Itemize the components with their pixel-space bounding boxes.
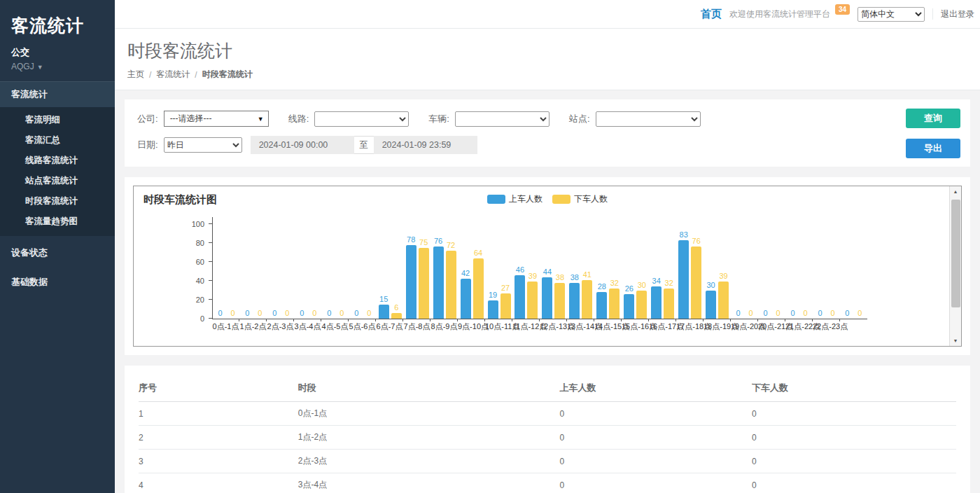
bar-上车人数[interactable] bbox=[379, 305, 389, 319]
scrollbar-thumb[interactable] bbox=[951, 200, 960, 307]
bar-group-23点-24点: 00 bbox=[840, 217, 867, 319]
line-select[interactable] bbox=[314, 111, 409, 127]
bar-column: 0 bbox=[800, 309, 811, 319]
export-button[interactable]: 导出 bbox=[906, 139, 960, 158]
bar-下车人数[interactable] bbox=[419, 248, 429, 319]
legend-swatch bbox=[487, 195, 505, 204]
bar-上车人数[interactable] bbox=[406, 245, 416, 319]
bar-下车人数[interactable] bbox=[582, 280, 592, 319]
bar-value-label: 0 bbox=[218, 309, 222, 318]
bar-value-label: 38 bbox=[570, 273, 579, 282]
bar-column: 0 bbox=[364, 309, 374, 319]
date-from-input[interactable] bbox=[251, 136, 354, 154]
bar-下车人数[interactable] bbox=[446, 251, 456, 319]
date-to-input[interactable] bbox=[374, 136, 477, 154]
bar-column: 6 bbox=[391, 303, 402, 319]
bar-column: 44 bbox=[542, 268, 552, 319]
bar-下车人数[interactable] bbox=[664, 289, 674, 319]
bar-column: 46 bbox=[514, 265, 525, 319]
company-select[interactable]: ---请选择--- ▼ bbox=[164, 111, 269, 127]
bar-value-label: 42 bbox=[461, 269, 470, 278]
breadcrumb: 主页/客流统计/时段客流统计 bbox=[127, 69, 980, 81]
station-select[interactable] bbox=[596, 111, 701, 127]
sidebar-item-device-status[interactable]: 设备状态 bbox=[0, 240, 115, 265]
bar-上车人数[interactable] bbox=[678, 240, 689, 319]
bar-下车人数[interactable] bbox=[473, 258, 484, 319]
bar-上车人数[interactable] bbox=[624, 294, 634, 319]
sidebar-subitem-时段客流统计[interactable]: 时段客流统计 bbox=[0, 191, 115, 211]
logout-link[interactable]: 退出登录 bbox=[941, 8, 974, 20]
bar-value-label: 0 bbox=[367, 309, 371, 318]
breadcrumb-item[interactable]: 客流统计 bbox=[156, 69, 190, 81]
vehicle-label: 车辆: bbox=[428, 113, 449, 125]
x-axis-label: 7点-8点 bbox=[403, 319, 430, 332]
bar-下车人数[interactable] bbox=[609, 289, 620, 319]
bar-下车人数[interactable] bbox=[718, 282, 729, 319]
y-axis-tick bbox=[209, 261, 213, 262]
bar-上车人数[interactable] bbox=[596, 292, 607, 319]
app-brand: 客流统计 bbox=[0, 0, 115, 37]
bar-下车人数[interactable] bbox=[636, 291, 647, 319]
sidebar-subitem-客流量趋势图[interactable]: 客流量趋势图 bbox=[0, 211, 115, 232]
bar-下车人数[interactable] bbox=[554, 283, 565, 319]
notification-badge[interactable]: 34 bbox=[835, 4, 850, 15]
sidebar-subitem-站点客流统计[interactable]: 站点客流统计 bbox=[0, 171, 115, 191]
sidebar-item-passenger-stats[interactable]: 客流统计 bbox=[0, 81, 115, 107]
breadcrumb-item[interactable]: 主页 bbox=[127, 69, 144, 81]
bar-下车人数[interactable] bbox=[691, 246, 701, 319]
profile-user-menu[interactable]: AQGJ▼ bbox=[11, 62, 104, 71]
table-cell: 0 bbox=[560, 402, 752, 426]
legend-item-上车人数[interactable]: 上车人数 bbox=[487, 193, 542, 205]
bar-group-20点-21点: 00 bbox=[758, 217, 785, 319]
table-row: 43点-4点00 bbox=[139, 473, 956, 493]
home-link[interactable]: 首页 bbox=[701, 8, 722, 21]
x-axis-label: 22点-23点 bbox=[813, 319, 840, 332]
filter-panel: 公司: ---请选择--- ▼ 线路: 车辆: 站点: 日期: 昨日 至 bbox=[125, 99, 970, 167]
bar-下车人数[interactable] bbox=[527, 282, 538, 319]
date-preset-select[interactable]: 昨日 bbox=[164, 137, 242, 153]
bar-上车人数[interactable] bbox=[706, 291, 716, 319]
legend-item-下车人数[interactable]: 下车人数 bbox=[552, 193, 608, 205]
vehicle-select[interactable] bbox=[455, 111, 550, 127]
language-select[interactable]: 简体中文 bbox=[858, 7, 925, 22]
sidebar-subitem-客流明细[interactable]: 客流明细 bbox=[0, 110, 115, 130]
bar-column: 72 bbox=[446, 241, 456, 319]
sidebar-subitem-客流汇总[interactable]: 客流汇总 bbox=[0, 130, 115, 151]
chart-plot: 0204060801000000000000001567875767242641… bbox=[212, 217, 867, 319]
bar-value-label: 38 bbox=[556, 273, 564, 282]
scrollbar-track[interactable] bbox=[950, 197, 962, 335]
profile-org: 公交 bbox=[11, 46, 104, 59]
chart-panel: 时段车流统计图 上车人数下车人数 02040608010000000000000… bbox=[133, 186, 962, 347]
bar-上车人数[interactable] bbox=[433, 246, 444, 319]
bar-上车人数[interactable] bbox=[651, 286, 662, 319]
bar-column: 39 bbox=[527, 272, 538, 319]
bar-column: 0 bbox=[215, 309, 225, 319]
bar-上车人数[interactable] bbox=[514, 275, 525, 319]
bar-value-label: 0 bbox=[830, 309, 834, 318]
scroll-down-icon[interactable]: ▼ bbox=[950, 335, 962, 346]
query-button[interactable]: 查询 bbox=[906, 109, 960, 128]
bar-value-label: 15 bbox=[379, 295, 388, 304]
bar-下车人数[interactable] bbox=[500, 293, 511, 319]
bar-上车人数[interactable] bbox=[569, 283, 580, 319]
chart-scrollbar[interactable]: ▲ ▼ bbox=[949, 186, 961, 346]
bar-column: 0 bbox=[255, 309, 265, 319]
scroll-up-icon[interactable]: ▲ bbox=[950, 186, 962, 197]
bar-上车人数[interactable] bbox=[542, 277, 552, 319]
sidebar-subitem-线路客流统计[interactable]: 线路客流统计 bbox=[0, 151, 115, 171]
bar-group-7点-8点: 7875 bbox=[404, 217, 431, 319]
table-cell: 2 bbox=[139, 426, 298, 450]
bar-下车人数[interactable] bbox=[391, 313, 402, 319]
sidebar-item-base-data[interactable]: 基础数据 bbox=[0, 270, 115, 295]
bar-column: 15 bbox=[379, 295, 389, 319]
x-axis-label: 16点-17点 bbox=[649, 319, 676, 332]
bar-column: 0 bbox=[282, 309, 293, 319]
bar-group-2点-3点: 00 bbox=[267, 217, 295, 319]
bar-value-label: 0 bbox=[258, 309, 262, 318]
bar-column: 75 bbox=[419, 238, 429, 319]
bar-column: 0 bbox=[337, 309, 347, 319]
bar-column: 0 bbox=[773, 309, 783, 319]
bar-column: 0 bbox=[815, 309, 825, 319]
bar-上车人数[interactable] bbox=[461, 279, 471, 319]
bar-上车人数[interactable] bbox=[488, 300, 498, 319]
